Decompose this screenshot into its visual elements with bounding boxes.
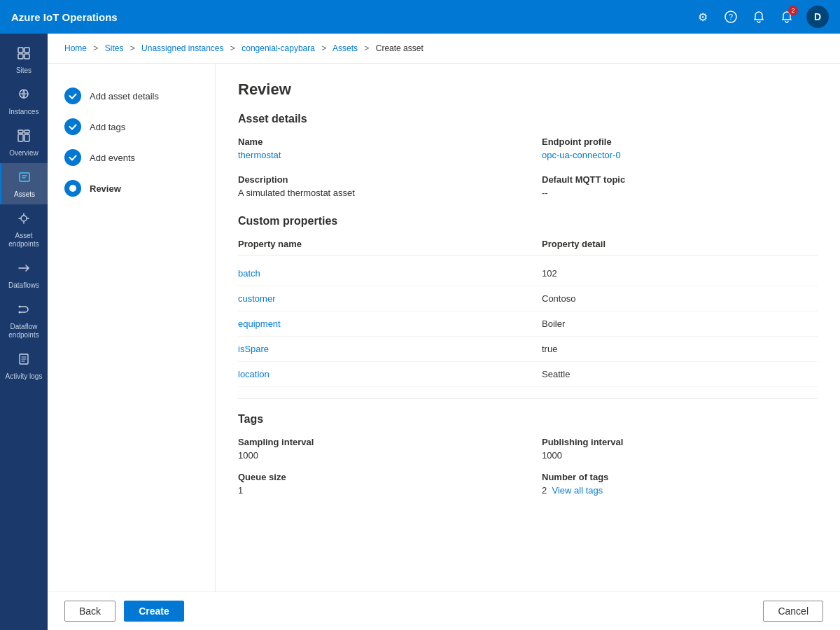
sidebar-item-dataflow-endpoints-label: Dataflow endpoints (0, 323, 48, 340)
step-add-tags[interactable]: Add tags (59, 111, 204, 142)
breadcrumb-home[interactable]: Home (64, 43, 87, 53)
breadcrumb-unassigned-instances[interactable]: Unassigned instances (141, 43, 223, 53)
sidebar-item-activity-logs-label: Activity logs (6, 372, 43, 381)
sidebar-item-assets[interactable]: Assets (0, 163, 48, 204)
breadcrumb-congenial-capybara[interactable]: congenial-capybara (241, 43, 315, 53)
svg-rect-2 (18, 48, 23, 52)
asset-name-value: thermostat (238, 150, 514, 160)
number-of-tags-value: 2 View all tags (542, 485, 818, 496)
dataflow-endpoints-icon (17, 302, 31, 320)
property-key-equipment: equipment (238, 318, 514, 329)
svg-text:?: ? (729, 13, 733, 21)
step-2-circle (64, 118, 81, 135)
sidebar-item-asset-endpoints[interactable]: Asset endpoints (0, 204, 48, 254)
sidebar-item-dataflows[interactable]: Dataflows (0, 254, 48, 295)
content-area: Home > Sites > Unassigned instances > co… (48, 34, 840, 630)
notification-badge: 2 (788, 6, 798, 15)
mqtt-topic-value: -- (542, 188, 818, 198)
sidebar-item-sites[interactable]: Sites (0, 39, 48, 80)
number-of-tags-item: Number of tags 2 View all tags (542, 472, 818, 496)
svg-point-11 (21, 216, 27, 221)
svg-rect-8 (18, 134, 23, 141)
publishing-interval-label: Publishing interval (542, 437, 818, 447)
property-key-location: location (238, 369, 514, 379)
description-value: A simulated thermostat asset (238, 188, 514, 198)
property-key-batch: batch (238, 268, 514, 279)
endpoint-profile-item: Endpoint profile opc-ua-connector-0 (542, 136, 818, 160)
help-icon[interactable]: ? (722, 8, 739, 25)
sidebar-item-assets-label: Assets (14, 190, 35, 199)
property-detail-header: Property detail (542, 239, 818, 249)
sidebar-item-overview[interactable]: Overview (0, 122, 48, 163)
create-button[interactable]: Create (124, 601, 184, 622)
instances-icon (17, 88, 31, 105)
settings-icon[interactable]: ⚙ (694, 8, 711, 25)
view-all-tags-link[interactable]: View all tags (552, 485, 603, 496)
svg-rect-6 (18, 130, 23, 133)
asset-name-label: Name (238, 136, 514, 147)
property-row-equipment: equipment Boiler (238, 312, 818, 337)
step-add-asset-details[interactable]: Add asset details (59, 80, 204, 111)
activity-logs-icon (17, 352, 31, 370)
assets-icon (18, 170, 31, 188)
sampling-interval-label: Sampling interval (238, 437, 514, 447)
property-val-batch: 102 (542, 268, 818, 279)
review-title: Review (238, 80, 818, 99)
description-item: Description A simulated thermostat asset (238, 174, 514, 198)
asset-endpoints-icon (17, 211, 31, 229)
main-layout: Sites Instances Overview Assets Asset en… (0, 34, 840, 630)
bell-icon[interactable] (750, 8, 767, 25)
cancel-button[interactable]: Cancel (763, 601, 823, 622)
tags-title: Tags (238, 413, 818, 426)
user-avatar[interactable]: D (806, 6, 829, 28)
step-3-circle (64, 149, 81, 166)
svg-point-13 (19, 312, 21, 314)
sidebar-item-overview-label: Overview (9, 149, 38, 158)
property-row-location: location Seattle (238, 362, 818, 387)
overview-icon (17, 129, 31, 146)
breadcrumb-sites[interactable]: Sites (105, 43, 124, 53)
notifications-icon[interactable]: 2 (778, 8, 795, 25)
endpoint-profile-label: Endpoint profile (542, 136, 818, 147)
step-review[interactable]: Review (59, 173, 204, 204)
step-2-label: Add tags (90, 122, 125, 132)
topbar-left: Azure IoT Operations (11, 11, 118, 23)
queue-size-label: Queue size (238, 472, 514, 482)
bottom-bar: Back Create Cancel (48, 592, 840, 630)
section-divider (238, 398, 818, 399)
step-add-events[interactable]: Add events (59, 142, 204, 173)
property-row-customer: customer Contoso (238, 286, 818, 312)
svg-rect-7 (24, 130, 29, 133)
sidebar-item-dataflow-endpoints[interactable]: Dataflow endpoints (0, 295, 48, 345)
publishing-interval-value: 1000 (542, 450, 818, 461)
step-4-circle (64, 180, 81, 197)
mqtt-topic-item: Default MQTT topic -- (542, 174, 818, 198)
queue-size-value: 1 (238, 485, 514, 496)
queue-size-item: Queue size 1 (238, 472, 514, 496)
back-button[interactable]: Back (64, 601, 115, 622)
property-val-location: Seattle (542, 369, 818, 379)
property-name-header: Property name (238, 239, 514, 249)
svg-rect-5 (24, 54, 29, 59)
property-key-isspare: isSpare (238, 344, 514, 354)
sidebar-item-instances[interactable]: Instances (0, 80, 48, 122)
svg-rect-10 (20, 173, 29, 181)
breadcrumb-assets[interactable]: Assets (332, 43, 358, 53)
topbar: Azure IoT Operations ⚙ ? 2 D (0, 0, 840, 34)
topbar-right: ⚙ ? 2 D (694, 6, 829, 28)
property-val-isspare: true (542, 344, 818, 354)
publishing-interval-item: Publishing interval 1000 (542, 437, 818, 461)
step-1-circle (64, 88, 81, 104)
svg-point-12 (19, 306, 21, 308)
app-title: Azure IoT Operations (11, 11, 118, 23)
step-3-label: Add events (90, 153, 135, 163)
asset-name-item: Name thermostat (238, 136, 514, 160)
property-val-equipment: Boiler (542, 318, 818, 329)
description-label: Description (238, 174, 514, 185)
property-row-batch: batch 102 (238, 261, 818, 286)
svg-rect-9 (24, 134, 29, 141)
property-row-isspare: isSpare true (238, 337, 818, 362)
sites-icon (17, 46, 31, 64)
sidebar-item-activity-logs[interactable]: Activity logs (0, 345, 48, 386)
svg-rect-4 (18, 54, 23, 59)
